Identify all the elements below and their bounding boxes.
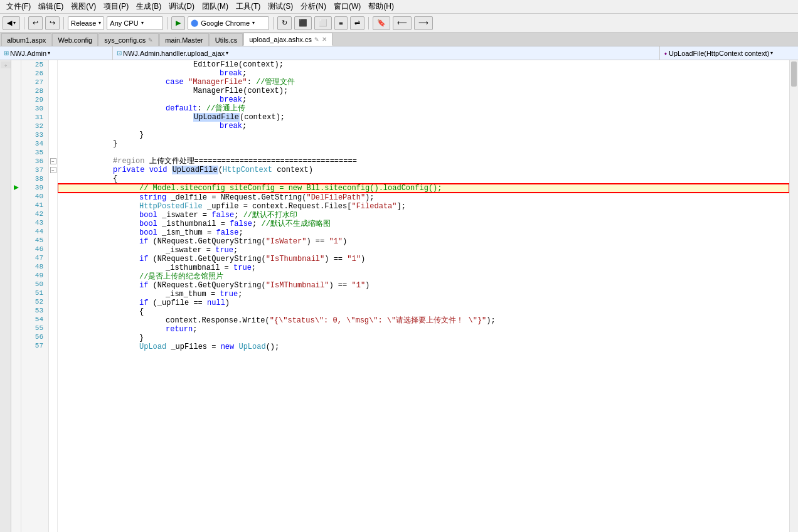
ln-28[interactable]: 28: [21, 87, 45, 95]
code-line-57[interactable]: UpLoad _upFiles = new UpLoad();: [58, 343, 789, 351]
code-line-45[interactable]: if (NRequest.GetQueryString("IsWater") =…: [58, 237, 789, 246]
code-line-49[interactable]: //是否上传的纪念馆照片: [58, 272, 789, 281]
code-line-37[interactable]: private void UpLoadFile(HttpContext cont…: [58, 166, 789, 174]
code-line-46[interactable]: _iswater = true;: [58, 246, 789, 255]
ln-32[interactable]: 32: [21, 122, 45, 130]
ln-44[interactable]: 44: [21, 227, 45, 236]
ln-52[interactable]: 52: [21, 297, 45, 306]
code-line-31[interactable]: UpLoadFile(context);: [58, 113, 789, 122]
menu-window[interactable]: 窗口(W): [330, 0, 364, 13]
code-line-28[interactable]: ManagerFile(context);: [58, 87, 789, 95]
code-line-27[interactable]: case "ManagerFile": //管理文件: [58, 78, 789, 87]
ln-26[interactable]: 26: [21, 69, 45, 78]
menu-team[interactable]: 团队(M): [198, 0, 232, 13]
toolbar-btn-5[interactable]: ⟵: [393, 16, 412, 30]
code-line-32[interactable]: break;: [58, 122, 789, 130]
ln-25[interactable]: 25: [21, 60, 45, 69]
undo-button[interactable]: ↩: [28, 16, 43, 30]
tab-upload[interactable]: upload_ajax.ashx.cs ✎ ✕: [243, 33, 332, 46]
toolbar-btn-3[interactable]: ≡: [334, 16, 347, 30]
ln-56[interactable]: 56: [21, 332, 45, 341]
code-line-42[interactable]: bool _iswater = false; //默认不打水印: [58, 211, 789, 220]
menu-help[interactable]: 帮助(H): [364, 0, 398, 13]
code-line-44[interactable]: bool _ism_thum = false;: [58, 228, 789, 237]
ln-54[interactable]: 54: [21, 315, 45, 324]
menu-tools[interactable]: 工具(T): [232, 0, 264, 13]
ln-33[interactable]: 33: [21, 130, 45, 139]
scrollbar-thumb[interactable]: [791, 61, 797, 87]
code-line-52[interactable]: if (_upfile == null): [58, 299, 789, 307]
vertical-scrollbar[interactable]: [789, 60, 798, 532]
ln-35[interactable]: 35: [21, 148, 45, 157]
ln-37[interactable]: 37: [21, 166, 45, 174]
toolbar-btn-4[interactable]: ⇌: [350, 16, 364, 30]
code-line-35[interactable]: [58, 148, 789, 157]
code-line-40[interactable]: string _delfile = NRequest.GetString("De…: [58, 193, 789, 202]
menu-test[interactable]: 测试(S): [264, 0, 297, 13]
ln-27[interactable]: 27: [21, 78, 45, 87]
tab-utils[interactable]: Utils.cs: [210, 33, 243, 46]
menu-view[interactable]: 视图(V): [67, 0, 100, 13]
menu-file[interactable]: 文件(F): [3, 0, 35, 13]
menu-build[interactable]: 生成(B): [132, 0, 165, 13]
tab-album1[interactable]: album1.aspx: [1, 33, 51, 46]
code-line-36[interactable]: #region 上传文件处理==========================…: [58, 157, 789, 166]
ln-29[interactable]: 29: [21, 95, 45, 104]
code-line-26[interactable]: break;: [58, 69, 789, 78]
tab-mainmaster[interactable]: main.Master: [159, 33, 209, 46]
code-editor[interactable]: EditorFile(context); break; case "Manage…: [58, 60, 789, 532]
ln-46[interactable]: 46: [21, 245, 45, 253]
code-line-25[interactable]: EditorFile(context);: [58, 60, 789, 69]
ln-41[interactable]: 41: [21, 201, 45, 210]
ln-53[interactable]: 53: [21, 306, 45, 315]
collapse-btn-37[interactable]: −: [50, 167, 56, 173]
ln-40[interactable]: 40: [21, 192, 45, 201]
code-line-50[interactable]: if (NRequest.GetQueryString("IsMThumbnai…: [58, 281, 789, 290]
code-line-29[interactable]: break;: [58, 95, 789, 104]
ln-49[interactable]: 49: [21, 271, 45, 280]
cc-36[interactable]: −: [49, 157, 57, 166]
code-line-55[interactable]: return;: [58, 325, 789, 334]
nav-class[interactable]: ⊡ NWJ.Admin.handller.upload_ajax ▾: [113, 46, 660, 60]
collapse-btn-36[interactable]: −: [50, 158, 56, 164]
ln-50[interactable]: 50: [21, 280, 45, 289]
sidebar-icon-1[interactable]: ⬦: [1, 61, 11, 68]
ln-34[interactable]: 34: [21, 139, 45, 148]
menu-analyze[interactable]: 分析(N): [297, 0, 330, 13]
tab-upload-close[interactable]: ✕: [322, 36, 327, 43]
redo-button[interactable]: ↪: [45, 16, 60, 30]
code-line-30[interactable]: default: //普通上传: [58, 104, 789, 113]
ln-30[interactable]: 30: [21, 104, 45, 113]
ln-55[interactable]: 55: [21, 324, 45, 332]
code-line-34[interactable]: }: [58, 139, 789, 148]
ln-57[interactable]: 57: [21, 341, 45, 350]
code-line-38[interactable]: {: [58, 174, 789, 183]
release-dropdown[interactable]: Release ▾: [68, 16, 104, 30]
cpu-dropdown[interactable]: Any CPU ▾: [107, 16, 163, 30]
bookmark-button[interactable]: 🔖: [373, 16, 390, 30]
back-button[interactable]: ◀ ▾: [3, 16, 20, 30]
toolbar-btn-2[interactable]: ⬜: [314, 16, 332, 30]
code-line-39[interactable]: // Model.siteconfig siteConfig = new Bll…: [58, 184, 789, 193]
ln-45[interactable]: 45: [21, 236, 45, 245]
code-line-43[interactable]: bool _isthumbnail = false; //默认不生成缩略图: [58, 220, 789, 228]
ln-31[interactable]: 31: [21, 113, 45, 122]
browser-dropdown[interactable]: ⬤ Google Chrome ▾: [188, 16, 269, 30]
menu-project[interactable]: 项目(P): [100, 0, 132, 13]
code-line-56[interactable]: }: [58, 334, 789, 343]
ln-42[interactable]: 42: [21, 210, 45, 218]
code-line-33[interactable]: }: [58, 130, 789, 139]
cc-37[interactable]: −: [49, 166, 57, 174]
nav-method[interactable]: ⬧ UpLoadFile(HttpContext context) ▾: [660, 46, 798, 60]
ln-48[interactable]: 48: [21, 262, 45, 271]
code-line-48[interactable]: _isthumbnail = true;: [58, 263, 789, 272]
toolbar-btn-6[interactable]: ⟶: [414, 16, 433, 30]
ln-36[interactable]: 36: [21, 157, 45, 166]
code-line-54[interactable]: context.Response.Write("{\"status\": 0, …: [58, 316, 789, 325]
ln-39[interactable]: 39: [21, 183, 45, 192]
ln-47[interactable]: 47: [21, 253, 45, 262]
code-line-47[interactable]: if (NRequest.GetQueryString("IsThumbnail…: [58, 255, 789, 263]
code-line-53[interactable]: {: [58, 307, 789, 316]
ln-38[interactable]: 38: [21, 174, 45, 183]
ln-51[interactable]: 51: [21, 289, 45, 297]
